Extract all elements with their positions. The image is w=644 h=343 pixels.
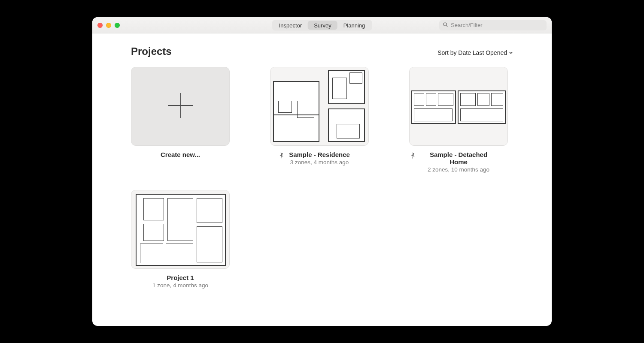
project-tile[interactable]: Sample - Detached Home 2 zones, 10 month… bbox=[409, 67, 508, 173]
create-project-tile[interactable]: Create new... bbox=[131, 67, 230, 173]
close-window-button[interactable] bbox=[97, 23, 103, 28]
project-thumbnail bbox=[409, 67, 508, 146]
content-area: Projects Sort by Date Last Opened bbox=[92, 33, 552, 326]
sort-menu[interactable]: Sort by Date Last Opened bbox=[437, 49, 513, 56]
app-window: Inspector Survey Planning Projects Sort … bbox=[92, 17, 552, 326]
project-tile[interactable]: Sample - Residence 3 zones, 4 months ago bbox=[270, 67, 369, 173]
search-input[interactable] bbox=[451, 22, 543, 28]
plus-icon bbox=[165, 90, 195, 122]
window-controls bbox=[97, 23, 120, 28]
project-subtitle: 1 zone, 4 months ago bbox=[152, 282, 208, 289]
project-title: Sample - Residence bbox=[289, 151, 350, 158]
svg-point-0 bbox=[444, 23, 447, 26]
project-thumbnail bbox=[131, 190, 230, 269]
project-grid: Create new... bbox=[131, 67, 513, 289]
mode-segmented-control: Inspector Survey Planning bbox=[272, 20, 372, 30]
tab-survey[interactable]: Survey bbox=[308, 21, 337, 30]
search-field[interactable] bbox=[439, 20, 547, 30]
sort-label: Sort by Date Last Opened bbox=[437, 49, 507, 56]
minimize-window-button[interactable] bbox=[106, 23, 111, 28]
project-tile[interactable]: Project 1 1 zone, 4 months ago bbox=[131, 190, 230, 289]
titlebar: Inspector Survey Planning bbox=[92, 17, 552, 33]
pin-icon bbox=[409, 152, 416, 159]
chevron-down-icon bbox=[509, 49, 513, 56]
project-subtitle: 2 zones, 10 months ago bbox=[420, 166, 497, 173]
project-thumbnail bbox=[270, 67, 369, 146]
project-subtitle: 3 zones, 4 months ago bbox=[289, 159, 350, 165]
project-title: Sample - Detached Home bbox=[420, 151, 497, 165]
page-title: Projects bbox=[131, 45, 172, 57]
svg-line-1 bbox=[446, 25, 447, 27]
create-project-thumb bbox=[131, 67, 230, 146]
tab-inspector[interactable]: Inspector bbox=[273, 21, 308, 30]
zoom-window-button[interactable] bbox=[115, 23, 120, 28]
page-header: Projects Sort by Date Last Opened bbox=[131, 45, 513, 57]
search-icon bbox=[443, 21, 448, 29]
pin-icon bbox=[278, 152, 285, 159]
tab-planning[interactable]: Planning bbox=[337, 21, 371, 30]
create-project-label: Create new... bbox=[161, 151, 200, 158]
project-title: Project 1 bbox=[152, 274, 208, 281]
